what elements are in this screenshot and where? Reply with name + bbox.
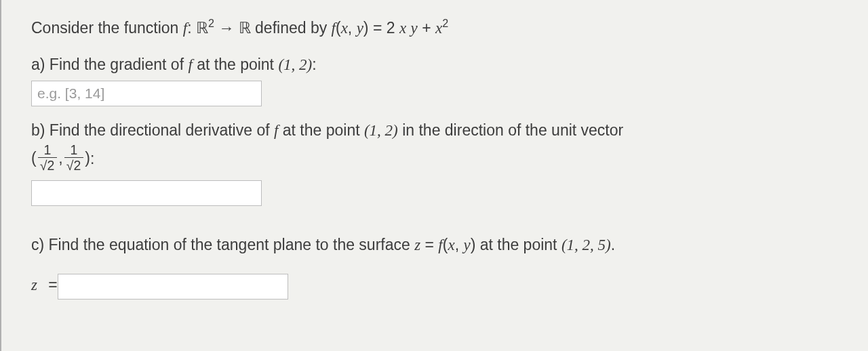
part-b-colon: : — [90, 149, 94, 167]
part-a-mid: at the point — [197, 56, 278, 73]
part-b-input-row — [31, 178, 841, 206]
part-c-prompt: c) Find the equation of the tangent plan… — [31, 233, 841, 257]
part-c-input-row: z = — [31, 271, 841, 300]
part-a-prompt: a) Find the gradient of f at the point (… — [31, 53, 841, 77]
function-declaration: f: ℝ2 → ℝ — [183, 19, 251, 37]
intro-prefix: Consider the function — [31, 19, 183, 37]
part-a-f: f — [188, 56, 192, 73]
part-a-point: (1, 2) — [278, 56, 312, 73]
part-c-period: . — [611, 236, 615, 253]
unit-vector: (12, 12) — [31, 143, 90, 174]
part-c-point: (1, 2, 5) — [561, 236, 611, 253]
part-b-mid: at the point — [283, 121, 364, 139]
question-page: Consider the function f: ℝ2 → ℝ defined … — [0, 0, 868, 351]
part-b-block: b) Find the directional derivative of f … — [31, 119, 841, 206]
part-a-colon: : — [312, 56, 316, 73]
tangent-plane-input[interactable] — [58, 274, 288, 300]
part-b-prompt-line1: b) Find the directional derivative of f … — [31, 119, 841, 143]
intro-line: Consider the function f: ℝ2 → ℝ defined … — [31, 16, 841, 41]
part-b-label: b) Find the directional derivative of — [31, 121, 274, 139]
part-b-prompt-line2: (12, 12): — [31, 143, 841, 174]
gradient-input[interactable] — [31, 81, 262, 106]
part-c-block: c) Find the equation of the tangent plan… — [31, 233, 841, 300]
part-a-block: a) Find the gradient of f at the point (… — [31, 53, 841, 107]
part-b-tail: in the direction of the unit vector — [402, 121, 623, 139]
part-c-mid: at the point — [480, 236, 561, 253]
part-b-f: f — [274, 121, 278, 139]
part-a-label: a) Find the gradient of — [31, 56, 188, 73]
surface-eq: z = f(x, y) — [414, 236, 475, 253]
intro-mid: defined by — [255, 19, 332, 37]
part-a-input-row — [31, 78, 841, 106]
part-b-point: (1, 2) — [364, 122, 398, 139]
intro-block: Consider the function f: ℝ2 → ℝ defined … — [31, 16, 841, 41]
function-definition: f(x, y) = 2 x y + x2 — [332, 19, 449, 37]
z-equals: z = — [31, 273, 58, 297]
directional-derivative-input[interactable] — [31, 180, 262, 206]
part-c-label: c) Find the equation of the tangent plan… — [31, 236, 414, 253]
